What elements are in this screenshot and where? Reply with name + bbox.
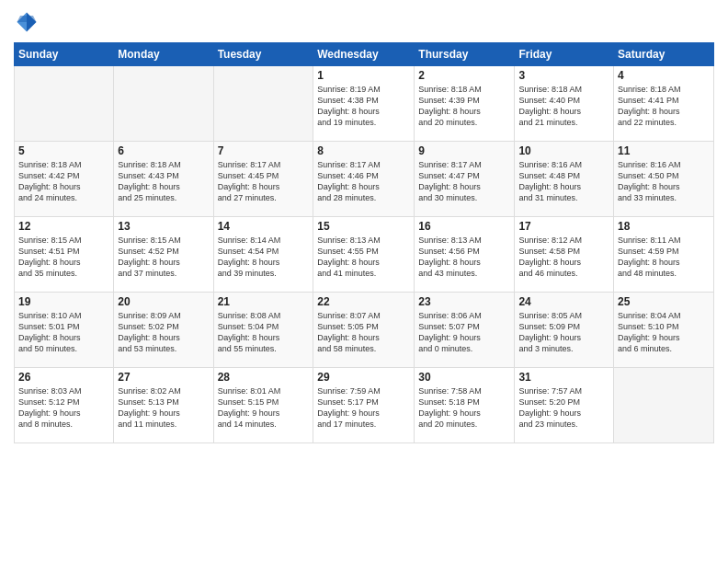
calendar-cell: 19Sunrise: 8:10 AM Sunset: 5:01 PM Dayli… bbox=[15, 293, 114, 368]
day-number: 28 bbox=[218, 371, 310, 384]
calendar-cell: 8Sunrise: 8:17 AM Sunset: 4:46 PM Daylig… bbox=[313, 142, 415, 217]
day-number: 6 bbox=[118, 144, 209, 157]
day-info: Sunrise: 8:18 AM Sunset: 4:42 PM Dayligh… bbox=[18, 159, 109, 204]
day-number: 5 bbox=[18, 144, 109, 157]
calendar-cell bbox=[15, 66, 114, 142]
day-number: 11 bbox=[618, 144, 710, 157]
calendar-cell: 4Sunrise: 8:18 AM Sunset: 4:41 PM Daylig… bbox=[614, 66, 714, 142]
day-info: Sunrise: 8:18 AM Sunset: 4:41 PM Dayligh… bbox=[618, 84, 710, 129]
calendar-page: SundayMondayTuesdayWednesdayThursdayFrid… bbox=[0, 0, 728, 563]
logo bbox=[14, 9, 43, 35]
calendar-cell: 24Sunrise: 8:05 AM Sunset: 5:09 PM Dayli… bbox=[515, 293, 614, 368]
weekday-header-wednesday: Wednesday bbox=[313, 43, 415, 66]
day-info: Sunrise: 8:19 AM Sunset: 4:38 PM Dayligh… bbox=[317, 84, 410, 129]
calendar-cell: 27Sunrise: 8:02 AM Sunset: 5:13 PM Dayli… bbox=[114, 368, 213, 443]
calendar-cell: 21Sunrise: 8:08 AM Sunset: 5:04 PM Dayli… bbox=[213, 293, 313, 368]
day-number: 31 bbox=[518, 371, 609, 384]
day-info: Sunrise: 8:05 AM Sunset: 5:09 PM Dayligh… bbox=[518, 310, 609, 355]
calendar-cell: 23Sunrise: 8:06 AM Sunset: 5:07 PM Dayli… bbox=[415, 293, 515, 368]
day-info: Sunrise: 8:16 AM Sunset: 4:48 PM Dayligh… bbox=[518, 159, 609, 204]
calendar-cell: 26Sunrise: 8:03 AM Sunset: 5:12 PM Dayli… bbox=[15, 368, 114, 443]
week-row-4: 19Sunrise: 8:10 AM Sunset: 5:01 PM Dayli… bbox=[15, 293, 714, 368]
day-info: Sunrise: 8:15 AM Sunset: 4:51 PM Dayligh… bbox=[18, 235, 109, 280]
day-number: 29 bbox=[317, 371, 410, 384]
day-info: Sunrise: 8:13 AM Sunset: 4:56 PM Dayligh… bbox=[418, 235, 510, 280]
day-info: Sunrise: 8:14 AM Sunset: 4:54 PM Dayligh… bbox=[218, 235, 310, 280]
day-number: 15 bbox=[317, 220, 410, 233]
day-number: 16 bbox=[418, 220, 510, 233]
day-info: Sunrise: 8:17 AM Sunset: 4:47 PM Dayligh… bbox=[418, 159, 510, 204]
calendar-cell: 30Sunrise: 7:58 AM Sunset: 5:18 PM Dayli… bbox=[415, 368, 515, 443]
svg-marker-2 bbox=[17, 16, 37, 22]
day-number: 8 bbox=[317, 144, 410, 157]
calendar-cell: 20Sunrise: 8:09 AM Sunset: 5:02 PM Dayli… bbox=[114, 293, 213, 368]
day-info: Sunrise: 8:07 AM Sunset: 5:05 PM Dayligh… bbox=[317, 310, 410, 355]
weekday-header-sunday: Sunday bbox=[15, 43, 114, 66]
day-info: Sunrise: 7:59 AM Sunset: 5:17 PM Dayligh… bbox=[317, 385, 410, 431]
calendar-cell: 18Sunrise: 8:11 AM Sunset: 4:59 PM Dayli… bbox=[614, 217, 714, 293]
day-number: 21 bbox=[218, 295, 310, 308]
day-number: 4 bbox=[618, 69, 710, 82]
day-number: 27 bbox=[118, 371, 209, 384]
day-info: Sunrise: 8:18 AM Sunset: 4:40 PM Dayligh… bbox=[518, 84, 609, 129]
calendar-cell: 1Sunrise: 8:19 AM Sunset: 4:38 PM Daylig… bbox=[313, 66, 415, 142]
calendar-cell: 11Sunrise: 8:16 AM Sunset: 4:50 PM Dayli… bbox=[614, 142, 714, 217]
day-number: 17 bbox=[518, 220, 609, 233]
day-info: Sunrise: 8:17 AM Sunset: 4:45 PM Dayligh… bbox=[218, 159, 310, 204]
day-number: 22 bbox=[317, 295, 410, 308]
day-number: 9 bbox=[418, 144, 510, 157]
day-number: 23 bbox=[418, 295, 510, 308]
day-number: 18 bbox=[618, 220, 710, 233]
day-number: 26 bbox=[18, 371, 109, 384]
day-number: 24 bbox=[518, 295, 609, 308]
calendar-cell: 2Sunrise: 8:18 AM Sunset: 4:39 PM Daylig… bbox=[415, 66, 515, 142]
calendar-cell: 31Sunrise: 7:57 AM Sunset: 5:20 PM Dayli… bbox=[515, 368, 614, 443]
day-info: Sunrise: 8:03 AM Sunset: 5:12 PM Dayligh… bbox=[18, 385, 109, 431]
day-info: Sunrise: 7:57 AM Sunset: 5:20 PM Dayligh… bbox=[518, 385, 609, 431]
calendar-cell: 28Sunrise: 8:01 AM Sunset: 5:15 PM Dayli… bbox=[213, 368, 313, 443]
day-info: Sunrise: 8:13 AM Sunset: 4:55 PM Dayligh… bbox=[317, 235, 410, 280]
day-info: Sunrise: 8:08 AM Sunset: 5:04 PM Dayligh… bbox=[218, 310, 310, 355]
day-info: Sunrise: 8:12 AM Sunset: 4:58 PM Dayligh… bbox=[518, 235, 609, 280]
day-number: 12 bbox=[18, 220, 109, 233]
weekday-header-saturday: Saturday bbox=[614, 43, 714, 66]
calendar-cell: 13Sunrise: 8:15 AM Sunset: 4:52 PM Dayli… bbox=[114, 217, 213, 293]
day-info: Sunrise: 8:09 AM Sunset: 5:02 PM Dayligh… bbox=[118, 310, 209, 355]
day-number: 3 bbox=[518, 69, 609, 82]
logo-icon bbox=[14, 9, 40, 35]
day-info: Sunrise: 8:11 AM Sunset: 4:59 PM Dayligh… bbox=[618, 235, 710, 280]
calendar-cell: 17Sunrise: 8:12 AM Sunset: 4:58 PM Dayli… bbox=[515, 217, 614, 293]
day-info: Sunrise: 7:58 AM Sunset: 5:18 PM Dayligh… bbox=[418, 385, 510, 431]
day-number: 7 bbox=[218, 144, 310, 157]
week-row-1: 1Sunrise: 8:19 AM Sunset: 4:38 PM Daylig… bbox=[15, 66, 714, 142]
day-info: Sunrise: 8:01 AM Sunset: 5:15 PM Dayligh… bbox=[218, 385, 310, 431]
calendar-cell: 22Sunrise: 8:07 AM Sunset: 5:05 PM Dayli… bbox=[313, 293, 415, 368]
week-row-2: 5Sunrise: 8:18 AM Sunset: 4:42 PM Daylig… bbox=[15, 142, 714, 217]
day-info: Sunrise: 8:06 AM Sunset: 5:07 PM Dayligh… bbox=[418, 310, 510, 355]
weekday-header-thursday: Thursday bbox=[415, 43, 515, 66]
calendar-cell: 16Sunrise: 8:13 AM Sunset: 4:56 PM Dayli… bbox=[415, 217, 515, 293]
day-number: 10 bbox=[518, 144, 609, 157]
calendar-cell: 6Sunrise: 8:18 AM Sunset: 4:43 PM Daylig… bbox=[114, 142, 213, 217]
day-number: 1 bbox=[317, 69, 410, 82]
day-number: 30 bbox=[418, 371, 510, 384]
weekday-header-monday: Monday bbox=[114, 43, 213, 66]
weekday-header-row: SundayMondayTuesdayWednesdayThursdayFrid… bbox=[15, 43, 714, 66]
calendar-cell: 15Sunrise: 8:13 AM Sunset: 4:55 PM Dayli… bbox=[313, 217, 415, 293]
calendar-table: SundayMondayTuesdayWednesdayThursdayFrid… bbox=[14, 42, 714, 443]
calendar-cell: 5Sunrise: 8:18 AM Sunset: 4:42 PM Daylig… bbox=[15, 142, 114, 217]
day-info: Sunrise: 8:18 AM Sunset: 4:39 PM Dayligh… bbox=[418, 84, 510, 129]
day-number: 2 bbox=[418, 69, 510, 82]
calendar-cell bbox=[614, 368, 714, 443]
day-number: 25 bbox=[618, 295, 710, 308]
day-number: 14 bbox=[218, 220, 310, 233]
week-row-5: 26Sunrise: 8:03 AM Sunset: 5:12 PM Dayli… bbox=[15, 368, 714, 443]
page-header bbox=[14, 9, 714, 35]
calendar-cell bbox=[213, 66, 313, 142]
day-number: 19 bbox=[18, 295, 109, 308]
day-info: Sunrise: 8:17 AM Sunset: 4:46 PM Dayligh… bbox=[317, 159, 410, 204]
weekday-header-tuesday: Tuesday bbox=[213, 43, 313, 66]
calendar-cell bbox=[114, 66, 213, 142]
calendar-cell: 7Sunrise: 8:17 AM Sunset: 4:45 PM Daylig… bbox=[213, 142, 313, 217]
week-row-3: 12Sunrise: 8:15 AM Sunset: 4:51 PM Dayli… bbox=[15, 217, 714, 293]
